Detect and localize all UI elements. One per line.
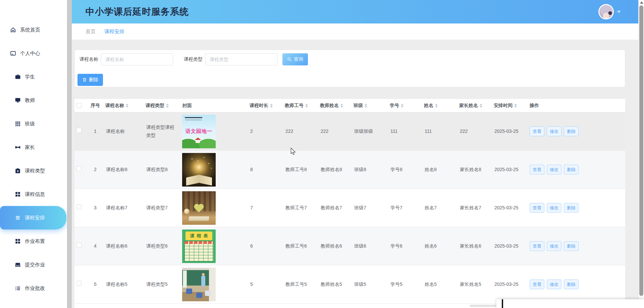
column-header-4: 封面 <box>180 103 247 109</box>
column-header-7[interactable]: 教师姓名 <box>317 103 351 109</box>
sidebar-item-classes[interactable]: 班级 <box>0 112 67 136</box>
delete-row-button[interactable]: 删除 <box>564 203 579 213</box>
edit-button[interactable]: 修改 <box>547 203 561 213</box>
cell-student-name: 111 <box>421 127 457 136</box>
sidebar: 系统首页 个人中心 学生 教师 班级 家长 课程类型 课程信息 <box>0 0 67 308</box>
view-button[interactable]: 查看 <box>530 279 544 289</box>
column-header-2[interactable]: 课程名称 <box>103 103 143 109</box>
cell-student-no: 111 <box>387 127 421 136</box>
sidebar-item-parents[interactable]: 家长 <box>0 136 67 159</box>
avatar-dropdown-caret[interactable] <box>617 11 621 13</box>
sidebar-item-students[interactable]: 学生 <box>0 65 67 89</box>
column-header-3[interactable]: 课程类型 <box>143 103 180 109</box>
sort-carets-icon[interactable] <box>480 104 482 108</box>
tab-home[interactable]: 首页 <box>86 29 96 35</box>
sidebar-item-label: 学生 <box>25 74 35 80</box>
delete-row-button[interactable]: 删除 <box>564 165 579 174</box>
course-name-input[interactable] <box>101 53 173 65</box>
edit-button[interactable]: 修改 <box>547 165 561 174</box>
avatar[interactable] <box>598 4 614 19</box>
sort-carets-icon[interactable] <box>514 104 517 108</box>
tab-course-schedule[interactable]: 课程安排 <box>104 29 124 35</box>
column-header-5[interactable]: 课程时长 <box>247 103 282 109</box>
column-header-11[interactable]: 家长姓名 <box>457 103 491 109</box>
cell-index: 2 <box>88 166 103 174</box>
scrollbar-up-arrow-icon[interactable] <box>640 1 643 4</box>
cell-parent-name: 家长姓名6 <box>457 242 491 250</box>
sort-carets-icon[interactable] <box>435 104 438 108</box>
sidebar-item-course-type[interactable]: 课程类型 <box>0 159 67 183</box>
sidebar-item-teachers[interactable]: 教师 <box>0 89 67 112</box>
sort-carets-icon[interactable] <box>365 104 367 108</box>
row-checkbox[interactable] <box>76 166 82 171</box>
cell-actions: 查看 修改 删除 <box>527 126 625 136</box>
view-button[interactable]: 查看 <box>530 241 544 251</box>
view-button[interactable]: 查看 <box>530 165 544 174</box>
sort-carets-icon[interactable] <box>305 104 308 108</box>
sidebar-item-label: 课程信息 <box>25 191 45 198</box>
sidebar-item-course-schedule[interactable]: 课程安排 <box>0 206 66 229</box>
cell-teacher-name: 教师姓名7 <box>317 204 351 212</box>
table-row: 4 课程名称6 课程类型6 课程表 6 教师工号6 教师姓名6 班级6 学号6 … <box>74 227 625 265</box>
vertical-scrollbar[interactable] <box>638 0 644 308</box>
grid-3x3-icon <box>15 121 21 127</box>
column-header-6[interactable]: 教师工号 <box>282 103 317 109</box>
cell-teacher-name: 教师姓名5 <box>317 280 351 289</box>
query-button[interactable]: 查询 <box>282 53 308 65</box>
cell-cover <box>180 306 247 308</box>
sidebar-item-home[interactable]: 系统首页 <box>0 18 67 42</box>
sidebar-item-label: 个人中心 <box>20 50 40 57</box>
sidebar-item-course-info[interactable]: 课程信息 <box>0 183 67 206</box>
sidebar-item-homework-submit[interactable]: 提交作业 <box>0 253 67 276</box>
sidebar-item-homework-review[interactable]: 作业批改 <box>0 276 67 300</box>
sort-carets-icon[interactable] <box>340 104 343 108</box>
cell-student-name: 姓名8 <box>421 166 457 174</box>
select-all-cell <box>74 103 88 108</box>
course-type-input[interactable] <box>205 53 277 65</box>
view-button[interactable]: 查看 <box>530 203 544 213</box>
column-header-9[interactable]: 学号 <box>387 103 421 109</box>
edit-button[interactable]: 修改 <box>547 279 561 289</box>
cover-title-text: 语文园地一 <box>182 127 216 136</box>
column-header-8[interactable]: 班级 <box>351 103 387 109</box>
row-checkbox[interactable] <box>76 281 82 286</box>
sort-carets-icon[interactable] <box>401 104 404 108</box>
row-checkbox-cell <box>74 242 88 250</box>
cell-arrange-time: 2025-03-25 <box>491 204 527 212</box>
row-checkbox-cell <box>74 127 88 136</box>
sort-carets-icon[interactable] <box>126 104 128 108</box>
column-header-1: 序号 <box>88 103 103 109</box>
edit-button[interactable]: 修改 <box>547 126 561 136</box>
column-header-10[interactable]: 姓名 <box>421 103 457 109</box>
course-cover-image <box>182 191 216 225</box>
search-panel: 课程名称 课程类型 查询 删除 <box>74 50 625 87</box>
sidebar-item-label: 作业布置 <box>25 238 45 245</box>
sort-carets-icon[interactable] <box>166 104 169 108</box>
edit-button[interactable]: 修改 <box>547 241 561 251</box>
row-checkbox[interactable] <box>76 128 82 133</box>
cell-cover: 课程表 <box>180 229 247 263</box>
delete-row-button[interactable]: 删除 <box>564 126 579 136</box>
row-checkbox[interactable] <box>76 243 82 248</box>
cell-class: 班级6 <box>351 242 387 250</box>
sort-carets-icon[interactable] <box>270 104 273 108</box>
breadcrumb: 首页 课程安排 <box>72 23 638 40</box>
sidebar-item-profile[interactable]: 个人中心 <box>0 42 67 65</box>
course-type-label: 课程类型 <box>184 56 203 62</box>
select-all-checkbox[interactable] <box>76 103 82 108</box>
delete-row-button[interactable]: 删除 <box>564 241 579 251</box>
delete-row-button[interactable]: 删除 <box>564 279 579 289</box>
row-checkbox[interactable] <box>76 204 82 209</box>
cell-teacher-no: 教师工号5 <box>282 280 317 289</box>
column-header-12[interactable]: 安排时间 <box>491 103 527 109</box>
bottom-overlay-box <box>496 299 644 308</box>
table-row: 3 课程名称7 课程类型7 7 教师工号7 教师姓名7 班级7 学号7 姓名7 … <box>74 189 625 227</box>
cell-teacher-name: 教师姓名8 <box>317 166 351 174</box>
sidebar-item-label: 教师 <box>25 97 35 104</box>
column-header-13: 操作 <box>527 103 625 109</box>
sidebar-item-homework-assign[interactable]: 作业布置 <box>0 229 67 253</box>
delete-button[interactable]: 删除 <box>77 74 103 86</box>
cell-student-name: 姓名7 <box>421 204 457 212</box>
view-button[interactable]: 查看 <box>530 126 544 136</box>
vertical-scrollbar-thumb[interactable] <box>639 5 643 296</box>
